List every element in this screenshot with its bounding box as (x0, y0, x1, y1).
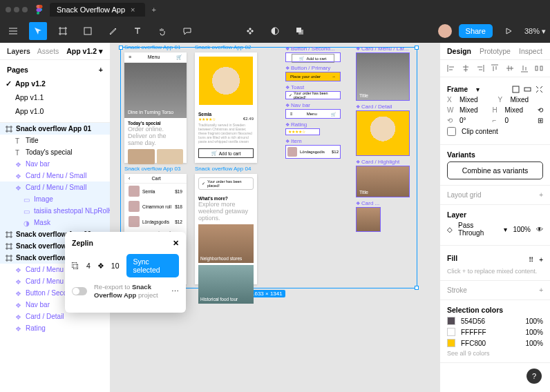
style-icon[interactable]: ⠿ (529, 256, 533, 264)
close-dot[interactable] (6, 7, 11, 12)
component-label: Card / Detail (356, 104, 392, 110)
x-input[interactable]: Mixed (459, 96, 493, 104)
traffic-lights (6, 7, 28, 12)
layer-row[interactable]: Snack overflow App 01 (0, 123, 110, 135)
share-button[interactable]: Share (459, 24, 493, 38)
clip-checkbox[interactable] (447, 127, 456, 136)
move-tool[interactable] (29, 22, 47, 40)
reexport-toggle[interactable] (72, 287, 87, 295)
left-panel: Layers Assets App v1.2▾ Pages + ✓App v1.… (0, 43, 111, 392)
component-button-primary[interactable]: Place your order→ (285, 72, 341, 81)
shape-tool[interactable] (79, 22, 97, 40)
artboard-04[interactable]: Snack overflow App 04 ✓Your order has be… (195, 174, 257, 284)
component-card-menu-large[interactable]: Title (356, 52, 410, 101)
layer-row[interactable]: ◑Mask (0, 217, 110, 228)
add-fill-button[interactable]: + (539, 256, 543, 264)
h-input[interactable]: Mixed (505, 106, 533, 114)
w-input[interactable]: Mixed (459, 106, 487, 114)
visibility-icon[interactable]: 👁 (536, 226, 543, 233)
align-vcenter-icon[interactable] (506, 64, 514, 72)
component-item[interactable]: Lördagsgodis$12 (285, 145, 341, 159)
present-button[interactable] (500, 22, 518, 40)
close-tab-icon[interactable]: × (131, 6, 135, 14)
component-toast[interactable]: ✓Your order has been placed! (285, 91, 341, 99)
chevron-down-icon[interactable]: ▾ (476, 86, 480, 93)
rotation-input[interactable]: 0° (459, 117, 487, 124)
align-right-icon[interactable] (476, 64, 484, 72)
inspect-tab[interactable]: Inspect (519, 47, 542, 55)
chevron-down-icon: ▾ (542, 27, 546, 35)
text-tool[interactable] (129, 22, 146, 40)
page-selector[interactable]: App v1.2▾ (66, 47, 103, 55)
component-label: Rating (285, 121, 307, 128)
layer-row[interactable]: ❖Nav bar (0, 158, 110, 170)
page-item[interactable]: ✓App v1.2 (0, 77, 110, 90)
selection-color-row[interactable]: FFFFFF100% (447, 328, 543, 336)
add-grid-button[interactable]: + (539, 191, 543, 199)
layers-tab[interactable]: Layers (7, 47, 30, 55)
component-card-highlight[interactable]: Title (356, 166, 410, 197)
component-card-detail[interactable] (356, 110, 410, 156)
component-rating[interactable]: ★★★★☆ (285, 128, 320, 135)
boolean-tool[interactable] (291, 22, 309, 40)
artboard-01[interactable]: Snack overflow App 01 ≡Menu🛒 Dine in Tur… (124, 52, 187, 163)
align-controls[interactable] (440, 60, 550, 77)
component-card-small[interactable] (356, 207, 381, 232)
resize-frame-icon[interactable] (512, 86, 520, 93)
layer-row[interactable]: TTitle (0, 135, 110, 146)
component-button-secondary[interactable]: 🛒Add to cart (285, 52, 341, 62)
layer-row[interactable]: ❖Rating (0, 322, 110, 334)
layer-row[interactable]: ▭taisiia shestopal NLpRolH... (0, 205, 110, 217)
prototype-tab[interactable]: Prototype (480, 47, 511, 55)
chevron-down-icon[interactable]: ▾ (504, 226, 507, 233)
opacity-input[interactable]: 100% (513, 226, 531, 233)
orientation-icon[interactable] (524, 86, 531, 93)
zoom-level[interactable]: 38% ▾ (524, 27, 546, 36)
artboard-02[interactable]: Snack overflow App 02 Semla ★★★★☆€2.49 T… (195, 52, 257, 163)
selection-color-row[interactable]: FFC800100% (447, 339, 543, 347)
frame-tool[interactable] (54, 22, 72, 40)
fit-icon[interactable] (535, 86, 543, 93)
blend-mode[interactable]: Pass Through (458, 222, 498, 237)
add-stroke-button[interactable]: + (539, 286, 543, 294)
page-item[interactable]: App v1.0 (0, 104, 110, 118)
document-tab[interactable]: Snack Overflow App × (50, 3, 145, 17)
mask-tool[interactable] (266, 22, 284, 40)
align-hcenter-icon[interactable] (462, 64, 470, 72)
layer-row[interactable]: TToday's special (0, 146, 110, 158)
align-left-icon[interactable] (447, 64, 455, 72)
align-top-icon[interactable] (491, 64, 499, 72)
more-options-button[interactable]: ⋯ (171, 287, 179, 295)
constrain-icon[interactable]: ⟲ (538, 106, 543, 114)
layer-row[interactable]: ❖Card / Menu / Small (0, 170, 110, 182)
help-button[interactable]: ? (527, 369, 542, 384)
canvas[interactable]: 1633 × 1341 Snack overflow App 01 ≡Menu🛒… (111, 43, 439, 392)
radius-input[interactable]: 0 (505, 117, 533, 124)
user-avatar[interactable] (438, 24, 452, 38)
layer-row[interactable]: ▭Image (0, 193, 110, 205)
see-all-colors[interactable]: See all 9 colors (447, 350, 543, 357)
hand-tool[interactable] (153, 22, 171, 40)
page-item[interactable]: App v1.1 (0, 90, 110, 104)
y-input[interactable]: Mixed (511, 96, 544, 104)
min-dot[interactable] (14, 7, 19, 12)
layer-row[interactable]: ❖Card / Menu / Small (0, 182, 110, 193)
add-page-button[interactable]: + (99, 66, 103, 74)
component-tool[interactable] (241, 22, 259, 40)
max-dot[interactable] (22, 7, 28, 12)
comment-tool[interactable] (178, 22, 196, 40)
distribute-icon[interactable] (535, 64, 543, 72)
main-menu-button[interactable] (4, 22, 22, 40)
selection-color-row[interactable]: 554D56100% (447, 317, 543, 325)
independent-corners-icon[interactable]: ⊞ (538, 117, 543, 124)
variants-title: Variants (447, 150, 543, 159)
sync-selected-button[interactable]: Sync selected (126, 254, 179, 277)
align-bottom-icon[interactable] (520, 64, 529, 72)
new-tab-button[interactable]: + (152, 6, 156, 14)
assets-tab[interactable]: Assets (37, 47, 59, 55)
design-tab[interactable]: Design (447, 47, 471, 55)
popup-close-button[interactable]: ✕ (173, 239, 179, 247)
combine-variants-button[interactable]: Combine as variants (447, 161, 543, 179)
pen-tool[interactable] (104, 22, 122, 40)
component-navbar[interactable]: ≡Menu🛒 (285, 109, 341, 119)
